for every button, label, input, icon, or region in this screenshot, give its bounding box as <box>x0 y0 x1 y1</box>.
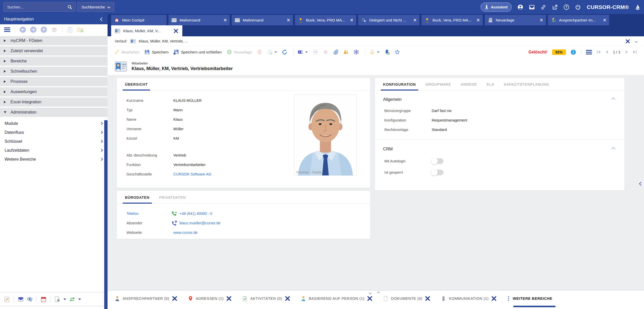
mit-autologin-toggle[interactable] <box>432 158 444 164</box>
search-icon[interactable] <box>67 5 72 9</box>
config-tab-konfiguration[interactable]: KONFIGURATION <box>383 82 416 90</box>
aktualisieren-button[interactable] <box>282 49 287 55</box>
tab-close-icon[interactable] <box>285 296 290 301</box>
external-link-icon[interactable] <box>552 4 558 10</box>
search-scope-button[interactable]: Suchbereiche <box>77 2 114 12</box>
tab-buck-vera-1[interactable]: Buck, Vera, PRO MA... <box>295 15 356 25</box>
tab-close-icon[interactable] <box>414 19 416 21</box>
sidebar-item-auswertungen[interactable]: Auswertungen <box>0 87 108 96</box>
bottom-tab-dokumente[interactable]: DOKUMENTE (0) <box>383 296 430 301</box>
submenu-item-laufzeitdaten[interactable]: Laufzeitdaten <box>0 146 108 155</box>
field-label[interactable]: Telefon <box>126 212 172 216</box>
clipboard-icon[interactable] <box>67 27 73 33</box>
tab-close-icon[interactable] <box>540 19 543 21</box>
tab-close-icon[interactable] <box>425 296 430 301</box>
nav-forward-icon[interactable] <box>30 26 37 33</box>
sidebar-item-administration[interactable]: Administration <box>0 108 108 117</box>
info-icon[interactable] <box>571 49 576 55</box>
collapse-chevron-icon[interactable] <box>612 148 615 150</box>
beziehungen-button[interactable] <box>354 49 359 55</box>
favorit-button[interactable] <box>395 49 400 55</box>
drucken-button[interactable] <box>313 49 318 55</box>
sidebar-item-mycrm-fdaten[interactable]: myCRM - FDaten <box>0 36 108 45</box>
tab-buck-vera-2[interactable]: Buck, Vera, PRO MA... <box>421 15 483 25</box>
add-folder-icon[interactable] <box>77 26 83 33</box>
nav-up-icon[interactable] <box>40 26 47 33</box>
document-settings-icon[interactable] <box>55 296 60 302</box>
bottom-tab-basierend-auf-person[interactable]: BASIEREND AUF PERSON (1) <box>301 296 372 301</box>
tab-close-icon[interactable] <box>224 19 227 21</box>
speichern-und-schliessen-button[interactable]: Speichern und schließen <box>173 49 222 55</box>
collapse-down-icon[interactable] <box>369 291 372 294</box>
submenu-item-datenfluss[interactable]: Datenfluss <box>0 128 108 137</box>
speichern-button[interactable]: Speichern <box>144 49 168 55</box>
kopieren-button[interactable] <box>267 49 277 55</box>
config-tab-anrede[interactable]: ANREDE <box>461 82 477 90</box>
expand-panel-button[interactable] <box>640 182 642 185</box>
personen-button[interactable] <box>343 49 349 55</box>
sidebar-item-zuletzt-verwendet[interactable]: Zuletzt verwendet <box>0 46 108 56</box>
bottom-tab-ansprechpartner[interactable]: ANSPRECHPARTNER (0) <box>115 296 177 301</box>
config-tab-groupware[interactable]: GROUPWARE <box>426 82 451 90</box>
bottom-tab-adressen[interactable]: ADRESSEN (1) <box>188 296 232 301</box>
config-tab-ela[interactable]: ELA <box>487 82 494 90</box>
document-tab[interactable]: Klaus, Müller, KM, V... <box>111 25 182 36</box>
user-avatar-icon[interactable] <box>518 4 523 10</box>
sidebar-item-bereiche[interactable]: Bereiche <box>0 57 108 66</box>
sidebar-item-prozesse[interactable]: Prozesse <box>0 77 108 86</box>
close-icon[interactable] <box>625 39 630 43</box>
watchlist-icon[interactable] <box>27 296 33 302</box>
tab-close-icon[interactable] <box>477 19 480 21</box>
field-value[interactable]: +49 (641) 40000 - 0 <box>180 212 212 216</box>
bottom-tab-aktivitaeten[interactable]: AKTIVITÄTEN (0) <box>242 296 290 301</box>
tab-close-icon[interactable] <box>173 29 179 33</box>
adresse-button[interactable] <box>323 49 328 55</box>
sidebar-item-excel-integration[interactable]: Excel-Integration <box>0 97 108 107</box>
neuanlage-button[interactable]: Neuanlage <box>227 49 252 55</box>
next-record-icon[interactable] <box>625 50 629 54</box>
notes-icon[interactable] <box>4 296 10 302</box>
nav-back-icon[interactable] <box>19 26 26 33</box>
ist-gesperrt-toggle[interactable] <box>432 170 444 175</box>
tab-mailversand-2[interactable]: Mailversand <box>232 15 293 25</box>
config-tab-kapazitaetenplanung[interactable]: KAPAZITÄTENPLANUNG <box>504 82 549 90</box>
tab-mailversand-1[interactable]: Mailversand <box>168 15 230 25</box>
dropdown-caret-icon[interactable] <box>64 299 66 300</box>
dropdown-caret-icon[interactable] <box>78 299 81 300</box>
tab-close-icon[interactable] <box>367 296 372 301</box>
submenu-item-module[interactable]: Module <box>0 119 108 128</box>
history-entry[interactable]: Klaus, Müller, KM, Vertrieb, ... <box>139 39 188 43</box>
tab-mein-cockpit[interactable]: Mein Cockpit <box>111 15 166 25</box>
field-value[interactable]: klaus.mueller@cursor.de <box>180 221 220 225</box>
sidebar-scrollbar[interactable] <box>104 120 108 309</box>
tab-delegiert-und-nicht[interactable]: Delegiert und Nicht ... <box>358 15 419 25</box>
submenu-item-schluessel[interactable]: Schlüssel <box>0 137 108 146</box>
anhang-button[interactable] <box>333 49 339 55</box>
field-value[interactable]: CURSOR Software AG <box>173 172 211 176</box>
menu-icon[interactable] <box>4 27 10 33</box>
home-icon[interactable] <box>51 26 58 33</box>
chevron-down-icon[interactable] <box>635 39 637 43</box>
tab-close-icon[interactable] <box>603 19 606 21</box>
tab-uebersicht[interactable]: ÜBERSICHT <box>125 82 148 90</box>
bottom-tab-kommunikation[interactable]: KOMMUNIKATION (1) <box>441 296 497 301</box>
teams-button[interactable]: T <box>298 49 308 55</box>
field-value[interactable]: www.cursor.de <box>173 230 197 235</box>
sidebar-item-schnellsuchen[interactable]: Schnellsuchen <box>0 67 108 76</box>
first-record-icon[interactable] <box>597 50 600 54</box>
lesezeichen-button[interactable] <box>384 49 390 55</box>
submenu-item-weitere-bereiche[interactable]: Weitere Bereiche <box>0 155 108 164</box>
previous-record-icon[interactable] <box>605 50 609 54</box>
tab-close-icon[interactable] <box>287 19 290 21</box>
bottom-tab-weitere-bereiche[interactable]: WEITERE BEREICHE <box>507 296 552 301</box>
expand-up-icon[interactable] <box>377 291 380 294</box>
bearbeiten-button[interactable]: Bearbeiten <box>114 49 140 55</box>
office-tab-privatdaten[interactable]: PRIVATDATEN <box>159 195 186 203</box>
loeschen-button[interactable] <box>257 49 262 55</box>
last-record-icon[interactable] <box>633 50 637 54</box>
list-menu-icon[interactable] <box>586 50 592 55</box>
calendar-icon[interactable] <box>41 296 46 302</box>
collapse-chevron-icon[interactable] <box>612 98 615 101</box>
tab-close-icon[interactable] <box>172 296 177 301</box>
tab-close-icon[interactable] <box>491 296 497 301</box>
